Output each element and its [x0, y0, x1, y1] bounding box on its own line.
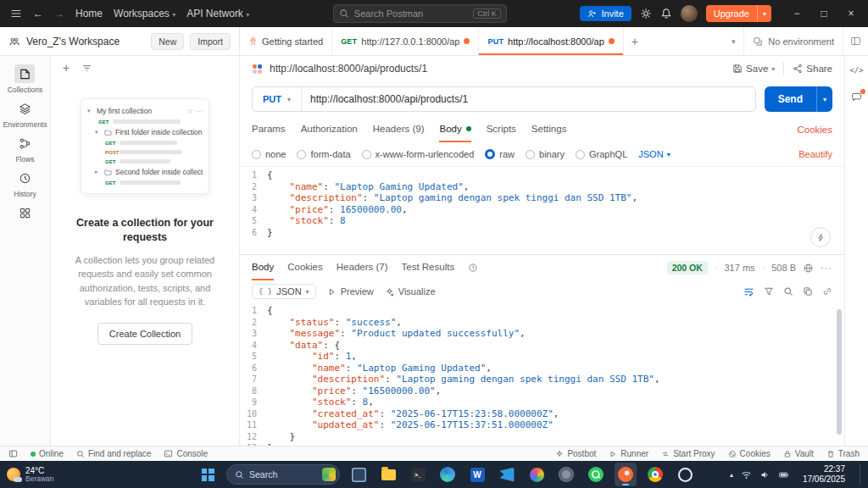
response-tab-body[interactable]: Body — [252, 255, 274, 280]
radio-binary[interactable]: binary — [526, 149, 565, 159]
beautify-link[interactable]: Beautify — [798, 149, 832, 159]
word-icon[interactable]: W — [466, 463, 488, 486]
search-response-icon[interactable] — [783, 286, 793, 297]
sidebar-item-history[interactable]: History — [14, 169, 36, 198]
browser-ring-icon[interactable] — [674, 463, 696, 486]
new-tab-button[interactable]: + — [624, 27, 646, 55]
tab-overflow-chevron-icon[interactable]: ▾ — [723, 27, 743, 55]
radio-none[interactable]: none — [252, 149, 286, 159]
invite-button[interactable]: Invite — [580, 6, 631, 21]
show-desktop-button[interactable] — [860, 464, 863, 485]
add-collection-plus-icon[interactable]: + — [63, 61, 70, 75]
link-icon[interactable] — [822, 286, 832, 297]
forward-icon[interactable]: → — [54, 8, 64, 19]
copy-response-icon[interactable] — [803, 286, 813, 297]
send-button[interactable]: Send ▾ — [765, 86, 832, 112]
share-button[interactable]: Share — [793, 64, 832, 74]
nav-home[interactable]: Home — [75, 8, 103, 19]
sidebar-item-environments[interactable]: Environments — [3, 99, 47, 129]
upgrade-button[interactable]: Upgrade ▾ — [706, 5, 771, 22]
console-button[interactable]: Console — [164, 449, 208, 458]
tab-get-request[interactable]: GET http://127.0.0.1:8000/ap — [332, 27, 479, 55]
back-icon[interactable]: ← — [33, 8, 43, 19]
raw-language-dropdown[interactable]: JSON▾ — [638, 149, 670, 159]
weather-widget[interactable]: 24°C Berawan — [7, 466, 88, 483]
tab-getting-started[interactable]: Getting started — [240, 27, 332, 55]
trash-button[interactable]: Trash — [826, 449, 860, 458]
method-dropdown[interactable]: PUT ▾ — [253, 87, 302, 111]
tab-settings[interactable]: Settings — [531, 117, 567, 142]
sidebar-item-flows[interactable]: Flows — [15, 134, 36, 164]
photos-icon[interactable] — [526, 463, 548, 486]
tab-put-request[interactable]: PUT http://localhost:8000/ap — [479, 27, 623, 55]
save-button[interactable]: Save ▾ — [732, 64, 775, 74]
radio-raw[interactable]: raw — [485, 149, 515, 159]
settings-gear-icon[interactable] — [640, 8, 652, 19]
import-button[interactable]: Import — [190, 33, 231, 50]
online-status[interactable]: Online — [31, 449, 64, 458]
environment-quick-look-icon[interactable] — [843, 27, 868, 55]
chrome-icon[interactable] — [644, 463, 666, 486]
whatsapp-icon[interactable] — [585, 463, 607, 486]
start-proxy-button[interactable]: Start Proxy — [661, 449, 715, 458]
sidebar-toggle-icon[interactable] — [8, 449, 18, 458]
radio-graphql[interactable]: GraphQL — [576, 149, 627, 159]
response-tab-cookies[interactable]: Cookies — [287, 255, 323, 280]
notifications-bell-icon[interactable] — [660, 8, 672, 19]
cookies-link[interactable]: Cookies — [797, 125, 832, 135]
request-body-editor[interactable]: 1{2"name": "Laptop Gaming Updated",3"des… — [240, 166, 844, 254]
postbot-button[interactable]: Postbot — [555, 449, 596, 458]
workspace-selector[interactable]: Vero_Z's Workspace New Import — [0, 27, 240, 55]
tab-body[interactable]: Body — [439, 117, 470, 142]
filter-funnel-icon[interactable] — [764, 286, 774, 297]
postman-icon[interactable] — [615, 463, 637, 486]
tree-collection-row[interactable]: ▾ My first collection ☆··· — [87, 105, 203, 117]
nav-api-network[interactable]: API Network ▾ — [186, 8, 249, 19]
new-button[interactable]: New — [151, 33, 184, 50]
visualize-button[interactable]: Visualize — [385, 286, 436, 297]
global-search-input[interactable]: Search Postman Ctrl K — [333, 4, 507, 23]
tree-folder-row[interactable]: ▸ Second folder inside collection — [87, 166, 203, 178]
url-input[interactable]: http://localhost:8000/api/products/1 — [302, 93, 755, 105]
filter-icon[interactable] — [81, 63, 92, 74]
response-tab-test-results[interactable]: Test Results — [402, 255, 455, 280]
response-history-icon[interactable] — [468, 263, 478, 273]
find-and-replace-button[interactable]: Find and replace — [76, 449, 152, 458]
cookies-button[interactable]: Cookies — [728, 449, 771, 458]
radio-form-data[interactable]: form-data — [297, 149, 350, 159]
response-body-viewer[interactable]: 1{2"status": "success",3"message": "Prod… — [240, 302, 844, 446]
battery-icon[interactable] — [778, 469, 790, 480]
terminal-icon[interactable]: >_ — [407, 463, 429, 486]
taskbar-search[interactable]: Search — [226, 464, 340, 485]
runner-button[interactable]: Runner — [609, 449, 648, 458]
maximize-button[interactable]: □ — [810, 0, 837, 27]
environment-selector[interactable]: No environment — [743, 27, 843, 55]
sidebar-item-collections[interactable]: Collections — [8, 64, 43, 94]
volume-icon[interactable] — [760, 469, 771, 480]
create-collection-button[interactable]: Create Collection — [97, 323, 192, 345]
tree-folder-row[interactable]: ▾ First folder inside collection — [87, 126, 203, 138]
postbot-lightning-button[interactable] — [810, 227, 831, 247]
network-globe-icon[interactable] — [803, 263, 814, 274]
wifi-icon[interactable] — [741, 469, 752, 480]
tab-params[interactable]: Params — [252, 117, 286, 142]
sidebar-item-more-tools[interactable] — [15, 203, 36, 222]
response-more-options-icon[interactable]: ··· — [821, 263, 832, 273]
vscode-icon[interactable] — [496, 463, 518, 486]
nav-workspaces[interactable]: Workspaces ▾ — [114, 8, 175, 19]
tray-chevron-up-icon[interactable]: ▴ — [730, 471, 733, 479]
vault-button[interactable]: Vault — [783, 449, 814, 458]
response-scrollbar[interactable] — [837, 309, 842, 435]
tab-scripts[interactable]: Scripts — [487, 117, 516, 142]
response-tab-headers[interactable]: Headers (7) — [337, 255, 388, 280]
tab-headers[interactable]: Headers (9) — [373, 117, 425, 142]
preview-button[interactable]: Preview — [327, 286, 374, 297]
hamburger-menu-icon[interactable] — [10, 8, 22, 19]
response-format-dropdown[interactable]: { } JSON ▾ — [252, 284, 316, 299]
comments-icon[interactable] — [851, 92, 862, 103]
minimize-button[interactable]: − — [783, 0, 810, 27]
camera-icon[interactable] — [555, 463, 577, 486]
code-snippet-icon[interactable]: </> — [849, 66, 863, 75]
tab-authorization[interactable]: Authorization — [301, 117, 358, 142]
avatar[interactable] — [681, 5, 698, 22]
